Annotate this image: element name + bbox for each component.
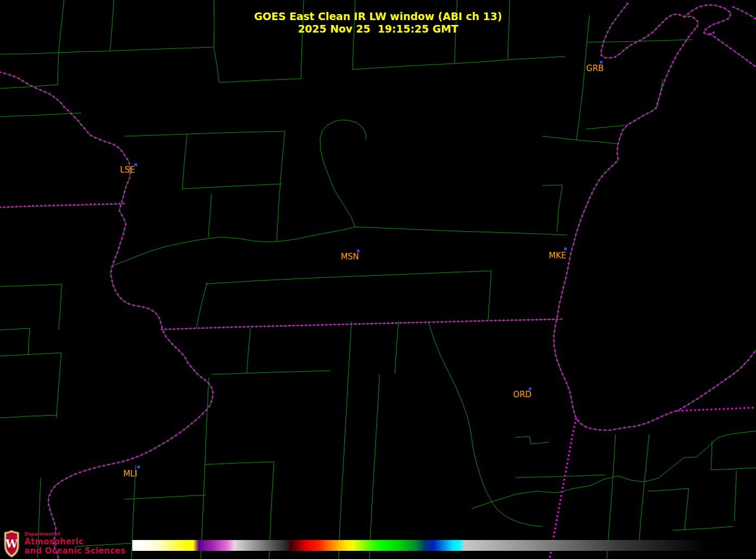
mississippi-river-dotted (0, 72, 213, 559)
city-label-ord: ORD (513, 390, 531, 399)
county-boundary-line (205, 462, 274, 465)
city-label-mli: MLI (123, 469, 137, 479)
county-boundary-line (338, 321, 351, 559)
lake-michigan-shore-dotted (554, 29, 756, 430)
county-boundary-line (488, 271, 491, 320)
county-boundary-line (182, 184, 282, 189)
county-boundary-line (734, 471, 736, 521)
county-boundary-line (0, 328, 30, 330)
aos-logo: W Department of Atmospheric and Oceanic … (3, 530, 125, 558)
county-boundary-line (639, 434, 649, 548)
county-boundary-line (277, 131, 285, 241)
county-boundary-line (684, 488, 689, 530)
county-boundary-line (711, 468, 756, 470)
county-boundary-line (672, 526, 733, 530)
city-label-grb: GRB (586, 63, 604, 73)
county-boundary-line (125, 134, 187, 136)
county-boundary-line (182, 134, 187, 189)
wi-il-border-dotted-green-base (162, 319, 561, 329)
map-svg (0, 0, 756, 559)
county-boundary-line (110, 47, 214, 51)
logo-name-line1: Atmospheric (24, 538, 125, 546)
uw-crest-icon: W (3, 530, 20, 558)
county-boundary-line (0, 415, 56, 418)
city-label-mke: MKE (549, 251, 566, 261)
county-boundary-line (542, 185, 562, 186)
county-boundary-line (205, 377, 209, 465)
county-boundary-line (557, 185, 562, 232)
county-boundary-line (355, 227, 567, 235)
lake-michigan-shore-dotted-green-base (554, 29, 756, 430)
city-label-lse: LSE (120, 165, 134, 175)
map-canvas (0, 0, 756, 559)
county-boundary-line (125, 495, 206, 499)
city-dot-mli (137, 466, 140, 468)
county-boundary-line (187, 131, 285, 134)
county-boundary-line (28, 328, 30, 355)
county-boundary-line (542, 136, 618, 144)
ir-temperature-colorbar (132, 540, 705, 551)
county-boundary-line (59, 284, 62, 330)
county-boundary-line (648, 488, 689, 491)
county-boundary-line (369, 374, 380, 559)
county-boundary-line (196, 282, 207, 328)
county-boundary-line (219, 79, 301, 82)
satellite-image-page: GOES East Clean IR LW window (ABI ch 13)… (0, 0, 756, 559)
in-border-dotted (678, 408, 756, 411)
michigan-shore-dotted-green-base (710, 34, 755, 66)
county-boundary-line (0, 85, 57, 88)
county-boundary-line (428, 322, 542, 526)
county-boundary-line (206, 271, 491, 284)
county-boundary-line (59, 51, 110, 53)
county-boundary-line (353, 63, 454, 69)
county-boundary-line (56, 353, 61, 418)
image-title: GOES East Clean IR LW window (ABI ch 13)… (0, 10, 756, 35)
county-boundary-line (212, 371, 331, 374)
county-boundary-line (508, 56, 565, 60)
county-boundary-line (208, 194, 212, 237)
logo-dept-text: Department of (24, 532, 125, 537)
county-boundary-line (0, 353, 61, 356)
county-boundary-line (515, 436, 549, 444)
title-line-2: 2025 Nov 25 19:15:25 GMT (0, 23, 756, 35)
county-boundary-line (214, 47, 219, 82)
crest-letter: W (5, 537, 18, 550)
county-boundary-line (586, 125, 625, 129)
county-boundary-line (0, 113, 81, 117)
county-boundary-line (112, 227, 355, 266)
county-boundary-line (320, 120, 366, 227)
county-boundary-line (515, 475, 606, 478)
logo-name-line2: and Oceanic Sciences (24, 547, 125, 555)
mississippi-river-dotted-green-base (0, 72, 213, 559)
county-boundary-line (395, 321, 399, 373)
logo-text: Department of Atmospheric and Oceanic Sc… (24, 530, 125, 555)
city-dot-lse (134, 163, 137, 166)
county-boundary-line (0, 284, 62, 287)
city-dot-mke (564, 247, 567, 250)
title-line-1: GOES East Clean IR LW window (ABI ch 13) (0, 10, 756, 23)
county-boundary-line (711, 441, 712, 470)
city-label-msn: MSN (341, 252, 359, 262)
county-boundary-line (0, 53, 59, 54)
county-boundary-line (247, 328, 251, 373)
county-boundary-line (454, 60, 508, 63)
county-boundary-line (657, 79, 663, 107)
county-boundary-line (57, 53, 59, 85)
